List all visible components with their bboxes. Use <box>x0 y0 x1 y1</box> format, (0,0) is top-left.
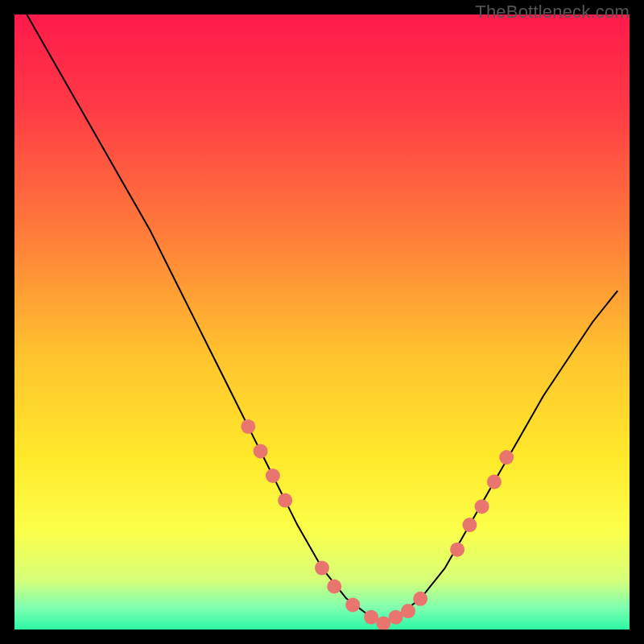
watermark-text: TheBottleneck.com <box>475 2 630 23</box>
chart-frame <box>14 14 630 630</box>
chart-background <box>14 14 630 630</box>
highlight-dot <box>389 610 403 625</box>
highlight-dot <box>401 604 415 618</box>
highlight-dot <box>327 580 341 594</box>
highlight-dot <box>450 543 464 557</box>
highlight-dot <box>413 592 427 606</box>
highlight-dot <box>345 597 360 612</box>
highlight-dot <box>462 518 477 532</box>
bottleneck-chart <box>14 14 630 630</box>
highlight-dot <box>499 450 514 464</box>
highlight-dot <box>475 499 489 514</box>
highlight-dot <box>254 444 268 458</box>
highlight-dot <box>487 475 502 489</box>
highlight-dot <box>266 469 280 483</box>
highlight-dot <box>241 419 255 434</box>
highlight-dot <box>364 610 378 625</box>
highlight-dot <box>315 561 329 576</box>
highlight-dot <box>278 493 292 508</box>
